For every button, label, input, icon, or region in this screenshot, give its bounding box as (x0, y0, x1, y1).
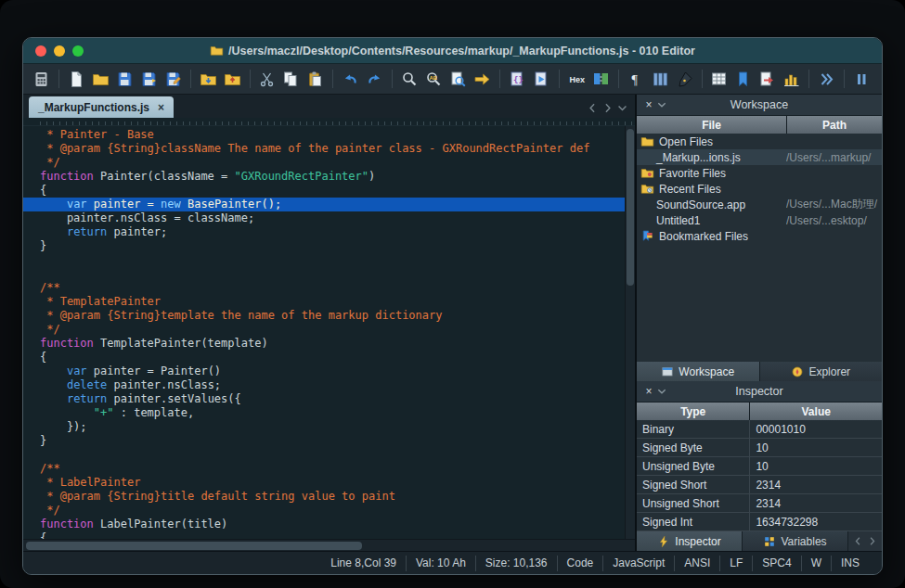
code-line[interactable]: } (23, 434, 625, 448)
replace-button[interactable]: AB (423, 68, 445, 91)
save-button[interactable] (114, 68, 136, 91)
file-column-header[interactable]: File (637, 116, 786, 134)
code-line[interactable]: "+" : template, (23, 406, 625, 420)
code-line[interactable]: { (23, 184, 625, 198)
chevron-left-button[interactable] (852, 535, 864, 547)
inspector-row[interactable]: Signed Int1634732298 (637, 513, 882, 531)
goto-address-button[interactable] (756, 68, 778, 91)
inspector-row[interactable]: Unsigned Short2314 (637, 494, 882, 513)
status-item[interactable]: Code (557, 556, 603, 571)
status-item[interactable]: SPC4 (752, 556, 800, 571)
calculator-button[interactable] (31, 68, 52, 91)
file-row[interactable]: Open Files (637, 134, 882, 149)
status-item[interactable]: LF (719, 556, 752, 571)
more-button[interactable] (816, 68, 837, 91)
code-line[interactable]: var painter = Painter() (23, 364, 625, 378)
inspector-row[interactable]: Signed Short2314 (637, 476, 882, 494)
tab-markupfunctions[interactable]: _MarkupFunctions.js × (29, 96, 174, 118)
title-bar[interactable]: /Users/maczl/Desktop/Contents/Resources/… (23, 38, 882, 64)
zoom-window-button[interactable] (72, 45, 84, 57)
code-line[interactable]: { (23, 531, 625, 539)
status-item[interactable]: JavaScript (602, 556, 674, 571)
paste-button[interactable] (304, 68, 326, 91)
chevron-down-icon[interactable] (615, 101, 629, 115)
horizontal-scrollbar-thumb[interactable] (26, 542, 362, 550)
code-line[interactable]: function LabelPainter(title) (23, 518, 625, 531)
bookmark-button[interactable] (732, 68, 754, 91)
type-column-header[interactable]: Type (637, 403, 749, 420)
new-file-button[interactable] (66, 68, 87, 91)
inspector-row[interactable]: Binary00001010 (637, 420, 882, 439)
template-edit-button[interactable]: {} (507, 68, 528, 91)
code-line[interactable]: * @param {String}className The name of t… (23, 142, 625, 156)
code-line[interactable]: */ (23, 323, 625, 337)
code-line[interactable]: * @param {String}template the name of th… (23, 309, 625, 323)
code-line[interactable]: delete painter.nsClass; (23, 378, 625, 392)
pilcrow-button[interactable]: ¶ (626, 68, 647, 91)
workspace-close-icon[interactable]: × (642, 98, 655, 111)
inspector-row[interactable]: Unsigned Byte10 (637, 457, 882, 476)
status-item[interactable]: INS (831, 556, 869, 571)
code-line[interactable]: * TemplatePainter (23, 295, 625, 309)
find-button[interactable] (399, 68, 420, 91)
ink-pen-button[interactable] (674, 68, 695, 91)
code-line[interactable]: * Painter - Base (23, 128, 625, 142)
code-area[interactable]: * Painter - Base * @param {String}classN… (23, 126, 625, 539)
status-item[interactable]: Val: 10 Ah (406, 556, 475, 571)
columns-button[interactable] (650, 68, 671, 91)
cut-button[interactable] (257, 68, 278, 91)
tab-close-icon[interactable]: × (158, 101, 164, 114)
tab-workspace[interactable]: Workspace (637, 362, 759, 381)
export-folder-button[interactable] (222, 68, 243, 91)
file-row[interactable]: _Markup...ions.js/Users/...markup/ (637, 149, 882, 165)
status-item[interactable]: Line 8,Col 39 (321, 556, 406, 571)
chevron-right-button[interactable] (866, 535, 878, 547)
code-line[interactable]: */ (23, 504, 625, 518)
workspace-menu-icon[interactable] (655, 98, 668, 111)
save-as-button[interactable] (162, 68, 184, 91)
chevron-right-icon[interactable] (601, 101, 614, 115)
code-line[interactable]: */ (23, 156, 625, 170)
file-row[interactable]: SoundSource.app/Users/...Mac助理/ (637, 197, 882, 212)
save-all-button[interactable] (138, 68, 160, 91)
code-line[interactable]: * @param {String}title default string va… (23, 490, 625, 504)
file-row[interactable]: Bookmarked Files (637, 228, 882, 244)
sync-views-button[interactable] (590, 68, 612, 91)
code-line[interactable] (23, 267, 625, 281)
code-line[interactable]: { (23, 351, 625, 364)
file-row[interactable]: Favorite Files (637, 165, 882, 181)
inspector-close-icon[interactable]: × (642, 385, 655, 398)
code-line[interactable]: /** (23, 462, 625, 476)
vertical-scrollbar-thumb[interactable] (627, 129, 634, 286)
template-run-button[interactable] (531, 68, 552, 91)
code-line[interactable]: return painter; (23, 225, 625, 239)
find-in-files-button[interactable] (447, 68, 469, 91)
copy-button[interactable] (280, 68, 302, 91)
redo-button[interactable] (364, 68, 385, 91)
code-line[interactable]: } (23, 239, 625, 253)
chevron-left-icon[interactable] (586, 101, 600, 115)
code-line[interactable]: return painter.setValues({ (23, 392, 625, 406)
table-view-button[interactable] (709, 68, 730, 91)
status-item[interactable]: Size: 10,136 (475, 556, 557, 571)
import-folder-button[interactable] (198, 68, 219, 91)
code-line[interactable]: function TemplatePainter(template) (23, 337, 625, 351)
status-item[interactable]: ANSI (674, 556, 719, 571)
open-folder-button[interactable] (90, 68, 111, 91)
goto-line-button[interactable] (472, 68, 493, 91)
code-line[interactable] (23, 253, 625, 267)
value-column-header[interactable]: Value (750, 403, 882, 420)
minimize-window-button[interactable] (54, 45, 65, 57)
file-row[interactable]: Recent Files (637, 181, 882, 197)
tab-variables[interactable]: Variables (743, 531, 847, 551)
undo-button[interactable] (340, 68, 361, 91)
code-line[interactable]: }); (23, 420, 625, 434)
file-row[interactable]: Untitled1/Users/...esktop/ (637, 212, 882, 228)
code-line[interactable]: /** (23, 281, 625, 295)
path-column-header[interactable]: Path (787, 116, 882, 134)
inspector-row[interactable]: Signed Byte10 (637, 439, 882, 457)
code-line[interactable] (23, 448, 625, 462)
tab-inspector[interactable]: Inspector (637, 531, 742, 551)
code-line-current[interactable]: var painter = new BasePainter(); (23, 198, 625, 211)
code-line[interactable]: painter.nsClass = className; (23, 211, 625, 225)
